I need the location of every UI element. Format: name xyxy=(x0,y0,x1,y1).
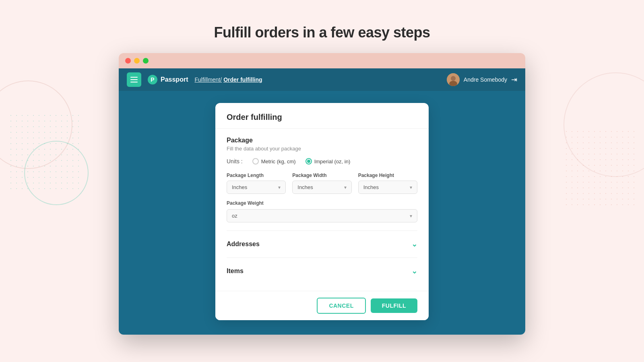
bg-dots-left xyxy=(8,113,80,193)
header-right: Andre Somebody ⇥ xyxy=(447,73,517,86)
logo-icon: P xyxy=(148,75,157,84)
addresses-title: Addresses xyxy=(227,241,260,248)
cancel-button[interactable]: CANCEL xyxy=(317,298,365,314)
package-weight-label: Package Weight xyxy=(227,200,417,206)
package-width-value: Inches xyxy=(297,184,313,190)
logo-area: P Passport xyxy=(148,75,188,84)
svg-point-1 xyxy=(451,76,456,81)
hamburger-button[interactable] xyxy=(127,72,141,87)
logo-text: Passport xyxy=(161,76,188,83)
radio-metric[interactable]: Metric (kg, cm) xyxy=(252,158,296,165)
dialog-header: Order fulfilling xyxy=(215,103,429,129)
radio-imperial-circle xyxy=(305,158,312,165)
radio-metric-circle xyxy=(252,158,259,165)
package-length-value: Inches xyxy=(232,184,247,190)
breadcrumb-current[interactable]: Order fulfilling xyxy=(223,76,262,83)
field-package-height: Package Height Inches ▾ xyxy=(358,173,417,194)
units-label: Units : xyxy=(227,158,243,165)
breadcrumb: Fulfillment/ Order fulfilling xyxy=(194,76,262,83)
browser-dot-yellow[interactable] xyxy=(134,58,140,64)
dialog-footer: CANCEL FULFILL xyxy=(215,291,429,320)
units-row: Units : Metric (kg, cm) xyxy=(227,158,417,165)
header-left: P Passport Fulfillment/ Order fulfilling xyxy=(127,72,262,87)
browser-window: P Passport Fulfillment/ Order fulfilling… xyxy=(119,53,525,335)
browser-dot-green[interactable] xyxy=(143,58,149,64)
package-length-chevron: ▾ xyxy=(278,185,281,190)
app-header: P Passport Fulfillment/ Order fulfilling… xyxy=(119,68,525,91)
fulfill-button[interactable]: FULFILL xyxy=(371,298,417,313)
page-title: Fulfill orders in a few easy steps xyxy=(0,0,644,53)
radio-metric-label: Metric (kg, cm) xyxy=(261,158,296,165)
dialog-body: Package Fill the data about your package… xyxy=(215,129,429,291)
hamburger-line-3 xyxy=(130,82,138,82)
items-title: Items xyxy=(227,267,244,275)
package-weight-select[interactable]: oz ▾ xyxy=(227,209,417,222)
browser-chrome xyxy=(119,53,525,68)
addresses-section[interactable]: Addresses ⌄ xyxy=(227,232,417,256)
package-weight-chevron: ▾ xyxy=(410,213,412,219)
user-name: Andre Somebody xyxy=(464,76,507,83)
dimensions-fields: Package Length Inches ▾ Package Width In… xyxy=(227,173,417,194)
field-package-width: Package Width Inches ▾ xyxy=(292,173,351,194)
order-fulfilling-dialog: Order fulfilling Package Fill the data a… xyxy=(215,103,429,320)
package-width-label: Package Width xyxy=(292,173,351,178)
avatar-image xyxy=(447,73,460,86)
package-height-value: Inches xyxy=(363,184,379,190)
items-section[interactable]: Items ⌄ xyxy=(227,259,417,283)
divider-2 xyxy=(227,257,417,258)
bg-dots-right xyxy=(564,129,636,209)
package-length-label: Package Length xyxy=(227,173,286,178)
field-package-weight: Package Weight xyxy=(227,200,417,206)
package-weight-value: oz xyxy=(232,213,237,219)
dialog-scroll-area[interactable]: Package Fill the data about your package… xyxy=(215,129,429,291)
avatar xyxy=(447,73,460,86)
dialog-title: Order fulfilling xyxy=(227,113,282,121)
package-length-select[interactable]: Inches ▾ xyxy=(227,181,286,194)
package-height-select[interactable]: Inches ▾ xyxy=(358,181,417,194)
package-height-label: Package Height xyxy=(358,173,417,178)
breadcrumb-parent[interactable]: Fulfillment/ xyxy=(194,76,222,83)
divider-1 xyxy=(227,230,417,231)
radio-imperial-label: Imperial (oz, in) xyxy=(314,158,351,165)
package-section-title: Package xyxy=(227,137,417,144)
radio-imperial[interactable]: Imperial (oz, in) xyxy=(305,158,351,165)
logout-icon[interactable]: ⇥ xyxy=(511,75,517,84)
package-height-chevron: ▾ xyxy=(410,185,412,190)
field-package-length: Package Length Inches ▾ xyxy=(227,173,286,194)
package-section: Package Fill the data about your package… xyxy=(227,137,417,222)
app-body: Order fulfilling Package Fill the data a… xyxy=(119,91,525,335)
package-section-subtitle: Fill the data about your package xyxy=(227,146,417,152)
addresses-chevron-icon: ⌄ xyxy=(411,240,417,249)
browser-dot-red[interactable] xyxy=(125,58,131,64)
package-width-chevron: ▾ xyxy=(344,185,347,190)
radio-imperial-dot xyxy=(307,160,310,163)
hamburger-line-2 xyxy=(130,79,138,80)
hamburger-line-1 xyxy=(130,77,138,78)
package-width-select[interactable]: Inches ▾ xyxy=(292,181,351,194)
items-chevron-icon: ⌄ xyxy=(411,267,417,276)
